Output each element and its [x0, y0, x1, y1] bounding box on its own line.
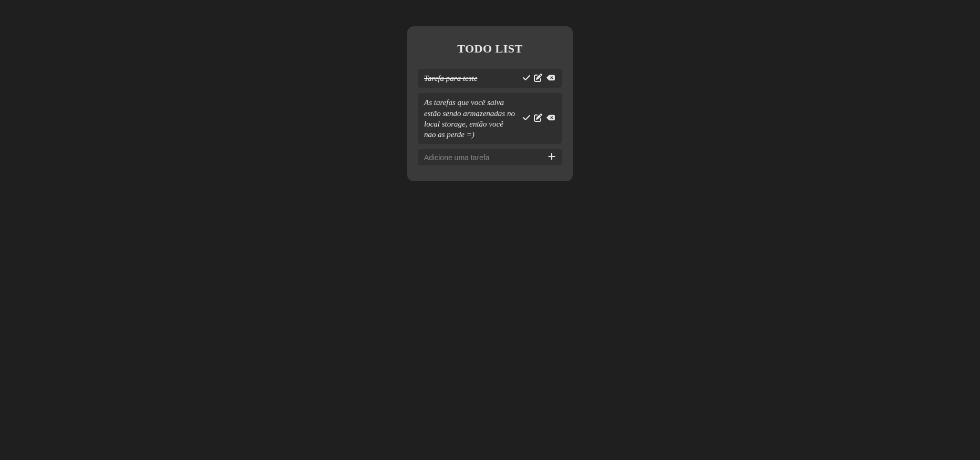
- task-list: Tarefa para teste: [418, 69, 562, 144]
- task-item: Tarefa para teste: [418, 69, 562, 88]
- complete-button[interactable]: [522, 74, 531, 83]
- task-actions: [522, 113, 556, 123]
- complete-button[interactable]: [522, 113, 531, 123]
- edit-button[interactable]: [534, 74, 542, 83]
- edit-icon: [534, 113, 542, 123]
- task-actions: [522, 74, 556, 83]
- add-task-button[interactable]: [548, 152, 556, 162]
- todo-card: TODO LIST Tarefa para teste: [407, 26, 573, 181]
- edit-icon: [534, 74, 542, 83]
- delete-icon: [545, 74, 556, 83]
- add-task-input[interactable]: [424, 153, 542, 162]
- add-task-row: [418, 149, 562, 165]
- page-title: TODO LIST: [418, 42, 562, 56]
- delete-button[interactable]: [545, 114, 556, 123]
- task-text: Tarefa para teste: [424, 73, 517, 83]
- delete-button[interactable]: [545, 74, 556, 83]
- plus-icon: [548, 152, 556, 162]
- delete-icon: [545, 114, 556, 123]
- check-icon: [522, 74, 531, 83]
- edit-button[interactable]: [534, 113, 542, 123]
- task-item: As tarefas que você salva estão sendo ar…: [418, 93, 562, 144]
- task-text: As tarefas que você salva estão sendo ar…: [424, 97, 517, 140]
- check-icon: [522, 113, 531, 123]
